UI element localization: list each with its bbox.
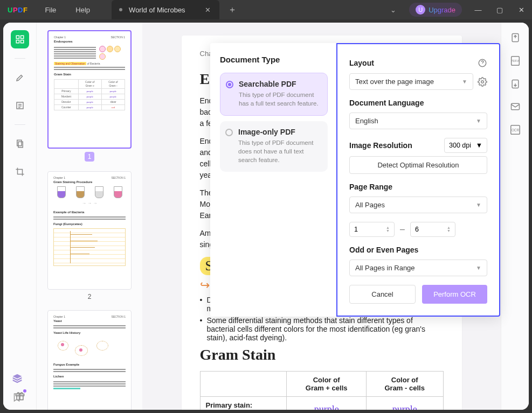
svg-rect-1: [20, 36, 23, 38]
window-maximize-button[interactable]: ▢: [489, 0, 510, 19]
odd-even-value: All Pages in Range: [355, 264, 415, 272]
resolution-value: 300 dpi: [449, 142, 471, 149]
svg-rect-0: [16, 36, 19, 38]
app-body: Chapter 1SECTION 1 Endospores Staining a…: [3, 23, 529, 410]
page-tool[interactable]: [11, 135, 29, 153]
page-range-select[interactable]: All Pages▼: [349, 197, 487, 213]
bottom-left-tools: [12, 373, 23, 402]
spinner-arrows-icon[interactable]: ▲▼: [447, 226, 451, 232]
thumbnail-page-2[interactable]: Chapter 1SECTION 1 Gram Staining Procedu…: [47, 171, 132, 290]
language-value: English: [355, 117, 378, 125]
ocr-document-type-section: Document Type Searchable PDF This type o…: [210, 43, 336, 317]
mail-tool[interactable]: [510, 101, 521, 112]
crop-tool[interactable]: [11, 163, 29, 181]
left-toolbar: [3, 23, 37, 410]
detect-resolution-button[interactable]: Detect Optimal Resolution: [349, 156, 487, 174]
resolution-label: Image Resolution: [349, 141, 412, 150]
layout-settings-button[interactable]: [478, 77, 487, 87]
page-from-input[interactable]: 1 ▲▼: [349, 222, 395, 237]
thumbnail-number-1: 1: [85, 152, 94, 162]
page-to-value: 6: [415, 226, 419, 233]
new-tab-button[interactable]: ＋: [219, 4, 245, 16]
heading-gram-stain: Gram Stain: [200, 346, 444, 363]
svg-text:OCR: OCR: [511, 128, 519, 132]
svg-rect-5: [17, 140, 21, 146]
text-tool[interactable]: [11, 96, 29, 115]
menu-help[interactable]: Help: [66, 0, 100, 19]
right-toolbar: PDF/A OCR: [501, 23, 529, 410]
layout-select[interactable]: Text over the page image▼: [349, 73, 473, 90]
upgrade-label: Upgrade: [429, 6, 455, 14]
resolution-select[interactable]: 300 dpi▼: [444, 138, 487, 153]
bullet-item: •Some differential staining methods that…: [200, 316, 444, 342]
chevron-down-icon: ▼: [462, 79, 467, 85]
page-to-input[interactable]: 6 ▲▼: [410, 222, 455, 237]
ocr-panel: Document Type Searchable PDF This type o…: [210, 43, 500, 317]
option-description: This type of PDF document has a full tex…: [239, 90, 321, 108]
radio-icon: [225, 129, 233, 136]
chevron-down-icon: ▼: [476, 118, 481, 124]
option-title: Searchable PDF: [239, 80, 321, 88]
svg-rect-2: [16, 40, 19, 43]
bookmark-tool[interactable]: [12, 393, 23, 402]
pdfa-tool[interactable]: PDF/A: [509, 55, 521, 67]
menu-file[interactable]: File: [35, 0, 66, 19]
window-minimize-button[interactable]: —: [467, 0, 489, 19]
language-select[interactable]: English▼: [349, 113, 487, 129]
odd-even-label: Odd or Even Pages: [349, 246, 487, 254]
svg-text:PDF/A: PDF/A: [510, 59, 520, 62]
ocr-tool[interactable]: OCR: [509, 124, 521, 136]
layout-value: Text over the page image: [355, 78, 434, 86]
svg-rect-3: [20, 40, 23, 43]
thumbnails-tool[interactable]: [11, 30, 29, 48]
upgrade-icon: U: [416, 5, 425, 15]
language-label: Document Language: [349, 99, 487, 107]
tabs-dropdown-button[interactable]: ⌄: [383, 6, 404, 14]
titlebar: UPDF File Help World of Microbes ✕ ＋ ⌄ U…: [0, 0, 532, 19]
thumbnails-panel[interactable]: Chapter 1SECTION 1 Endospores Staining a…: [37, 23, 142, 410]
radio-icon: [226, 81, 233, 88]
gram-stain-table: Color ofGram + cells Color ofGram - cell…: [200, 371, 444, 410]
highlight-tool[interactable]: [11, 68, 29, 87]
attach-tool[interactable]: [510, 79, 521, 89]
tab-title: World of Microbes: [129, 6, 202, 14]
spinner-arrows-icon[interactable]: ▲▼: [386, 226, 390, 232]
thumbnail-page-1[interactable]: Chapter 1SECTION 1 Endospores Staining a…: [47, 30, 132, 149]
option-searchable-pdf[interactable]: Searchable PDF This type of PDF document…: [220, 73, 328, 116]
tab-close-button[interactable]: ✕: [202, 5, 214, 15]
app-logo: UPDF: [0, 6, 35, 14]
option-title: Image-only PDF: [238, 128, 321, 136]
option-description: This type of PDF document does not have …: [238, 138, 321, 164]
page-from-value: 1: [354, 226, 358, 233]
cancel-button[interactable]: Cancel: [349, 285, 416, 304]
document-type-heading: Document Type: [220, 55, 328, 64]
option-image-only-pdf[interactable]: Image-only PDF This type of PDF document…: [220, 121, 328, 172]
help-icon[interactable]: [478, 58, 487, 68]
export-tool[interactable]: [510, 32, 521, 43]
layers-tool[interactable]: [12, 373, 23, 384]
chevron-down-icon: ▼: [476, 142, 482, 149]
thumbnail-page-3[interactable]: Chapter 1SECTION 1 Yeast Yeast Life Hist…: [47, 310, 132, 410]
layout-label: Layout: [349, 59, 374, 67]
tab-indicator-icon: [119, 8, 122, 11]
chevron-down-icon: ▼: [476, 265, 481, 271]
thumbnail-number-2: 2: [43, 293, 136, 300]
page-range-label: Page Range: [349, 183, 487, 191]
window-close-button[interactable]: ✕: [510, 0, 532, 19]
document-tab[interactable]: World of Microbes ✕: [112, 0, 219, 19]
range-dash: –: [400, 225, 405, 234]
ocr-settings-section: Layout Text over the page image▼ Documen…: [336, 43, 500, 317]
svg-point-17: [481, 80, 484, 83]
page-range-value: All Pages: [355, 201, 385, 209]
odd-even-select[interactable]: All Pages in Range▼: [349, 260, 487, 276]
perform-ocr-button[interactable]: Perform OCR: [422, 285, 487, 304]
svg-rect-6: [18, 142, 23, 148]
upgrade-button[interactable]: U Upgrade: [409, 3, 462, 17]
chevron-down-icon: ▼: [476, 202, 481, 208]
